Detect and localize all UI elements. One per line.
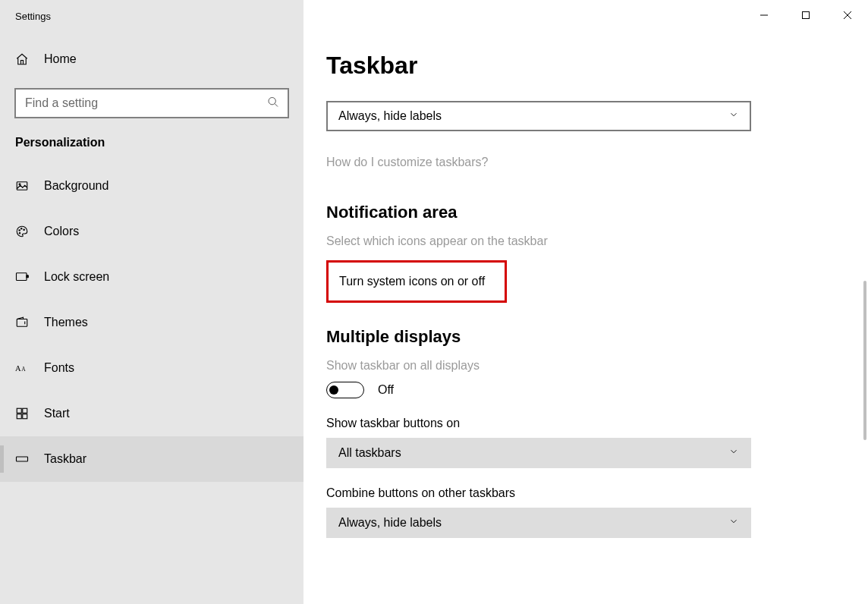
window-title: Settings: [0, 9, 303, 43]
sidebar-item-fonts[interactable]: A A Fonts: [0, 345, 303, 391]
sidebar-item-label: Taskbar: [44, 452, 86, 466]
start-icon: [15, 407, 29, 420]
combine-buttons-dropdown-top[interactable]: Always, hide labels: [326, 101, 751, 131]
sidebar-item-background[interactable]: Background: [0, 163, 303, 209]
svg-rect-15: [17, 414, 21, 419]
sidebar-section-label: Personalization: [0, 118, 303, 163]
toggle-knob: [329, 385, 338, 395]
svg-rect-16: [23, 414, 27, 419]
chevron-down-icon: [728, 109, 739, 123]
image-icon: [15, 179, 29, 193]
sidebar-item-start[interactable]: Start: [0, 391, 303, 436]
home-icon: [15, 52, 29, 66]
maximize-button[interactable]: [785, 0, 826, 30]
svg-rect-8: [17, 273, 27, 281]
scrollbar[interactable]: [863, 281, 866, 440]
show-buttons-on-dropdown[interactable]: All taskbars: [326, 438, 751, 468]
svg-rect-19: [802, 12, 809, 19]
home-nav[interactable]: Home: [0, 43, 303, 75]
toggle-state-text: Off: [378, 383, 394, 397]
sidebar-item-label: Lock screen: [44, 270, 109, 284]
chevron-down-icon: [728, 446, 739, 460]
svg-rect-10: [17, 319, 27, 327]
sidebar-item-label: Fonts: [44, 361, 74, 375]
sidebar-item-label: Background: [44, 179, 108, 193]
show-buttons-on-label: Show taskbar buttons on: [326, 417, 845, 430]
search-icon: [267, 96, 279, 111]
dropdown-value: Always, hide labels: [338, 109, 442, 123]
home-label: Home: [44, 52, 77, 66]
svg-point-5: [21, 228, 23, 230]
svg-line-1: [275, 104, 278, 107]
help-link-customize-taskbars[interactable]: How do I customize taskbars?: [326, 156, 845, 169]
show-taskbar-all-displays-label: Show taskbar on all displays: [326, 359, 845, 373]
palette-icon: [15, 225, 29, 238]
sidebar-item-lock-screen[interactable]: Lock screen: [0, 254, 303, 300]
combine-buttons-other-label: Combine buttons on other taskbars: [326, 486, 845, 500]
svg-rect-14: [23, 408, 27, 413]
highlighted-link-box: Turn system icons on or off: [326, 260, 507, 303]
taskbar-icon: [15, 452, 29, 466]
dropdown-value: Always, hide labels: [338, 516, 442, 530]
turn-system-icons-link[interactable]: Turn system icons on or off: [339, 275, 485, 288]
dropdown-value: All taskbars: [338, 446, 401, 460]
sidebar-item-label: Colors: [44, 225, 79, 238]
sidebar-item-taskbar[interactable]: Taskbar: [0, 436, 303, 482]
close-button[interactable]: [826, 0, 868, 30]
window-controls: [743, 0, 868, 30]
svg-point-0: [269, 98, 275, 105]
svg-point-3: [19, 184, 20, 185]
sidebar-item-label: Themes: [44, 316, 88, 329]
sidebar-item-label: Start: [44, 407, 70, 420]
minimize-button[interactable]: [743, 0, 785, 30]
svg-rect-9: [27, 275, 28, 278]
notification-area-heading: Notification area: [326, 203, 845, 222]
search-input[interactable]: [15, 89, 288, 118]
select-icons-link[interactable]: Select which icons appear on the taskbar: [326, 234, 845, 248]
sidebar: Settings Home Personalization: [0, 0, 303, 604]
svg-point-4: [19, 230, 20, 231]
show-taskbar-all-displays-toggle[interactable]: [326, 382, 364, 398]
svg-rect-17: [17, 457, 28, 461]
svg-point-6: [24, 229, 25, 231]
chevron-down-icon: [728, 516, 739, 530]
multiple-displays-heading: Multiple displays: [326, 327, 845, 347]
fonts-icon: A A: [15, 361, 29, 375]
main-content: Taskbar Always, hide labels How do I cus…: [303, 0, 868, 604]
sidebar-item-themes[interactable]: Themes: [0, 300, 303, 345]
svg-point-7: [19, 233, 20, 234]
sidebar-item-colors[interactable]: Colors: [0, 209, 303, 254]
svg-text:A: A: [15, 364, 21, 373]
themes-icon: [15, 316, 29, 329]
svg-text:A: A: [21, 366, 26, 373]
page-title: Taskbar: [326, 52, 845, 80]
lock-screen-icon: [15, 270, 29, 284]
svg-rect-13: [17, 408, 21, 413]
combine-buttons-other-dropdown[interactable]: Always, hide labels: [326, 508, 751, 538]
